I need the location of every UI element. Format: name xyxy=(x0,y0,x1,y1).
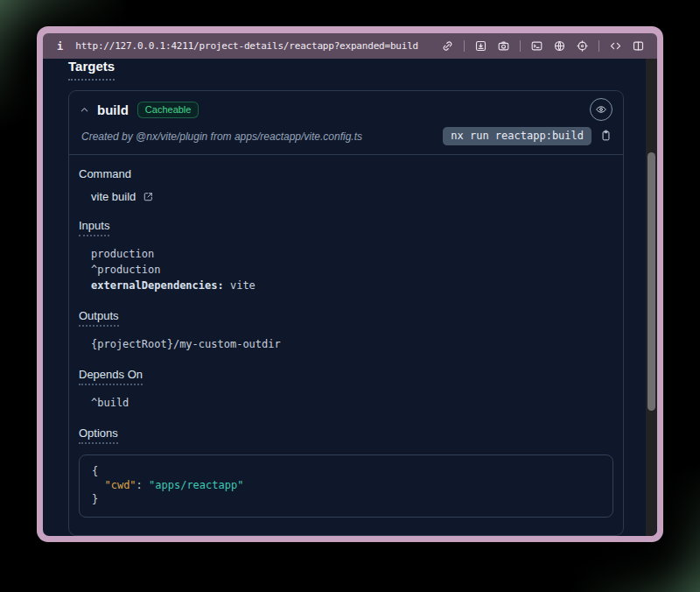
inputs-list: production ^production externalDependenc… xyxy=(91,246,613,293)
code-brackets-icon[interactable] xyxy=(609,39,622,53)
input-item: production xyxy=(91,246,613,262)
targets-heading: Targets xyxy=(68,59,115,81)
command-value-row: vite build xyxy=(91,190,613,203)
cacheable-badge: Cacheable xyxy=(137,102,200,118)
json-line: } xyxy=(92,492,600,506)
output-item: {projectRoot}/my-custom-outdir xyxy=(91,336,613,352)
build-target-name[interactable]: build xyxy=(97,102,129,117)
command-value: vite build xyxy=(91,190,136,203)
build-target-card: build Cacheable Created by @nx/vite/plug… xyxy=(68,90,624,536)
input-item: externalDependencies: vite xyxy=(91,278,613,293)
outputs-list: {projectRoot}/my-custom-outdir xyxy=(91,336,613,352)
toolbar-divider xyxy=(598,40,599,52)
depends-on-item: ^build xyxy=(91,395,613,411)
scrollbar-track[interactable] xyxy=(646,59,657,536)
options-json-block: { "cwd": "apps/reactapp" } xyxy=(79,455,613,518)
camera-icon[interactable] xyxy=(497,39,510,53)
external-link-icon[interactable] xyxy=(143,191,154,202)
json-line: { xyxy=(92,464,600,478)
globe-icon[interactable] xyxy=(553,39,566,53)
eye-icon xyxy=(595,103,607,116)
toolbar-divider xyxy=(520,40,521,52)
url-text[interactable]: http://127.0.0.1:4211/project-details/re… xyxy=(75,40,441,52)
view-in-graph-button[interactable] xyxy=(590,98,612,121)
split-panel-icon[interactable] xyxy=(632,39,645,53)
options-section-label: Options xyxy=(79,426,613,444)
info-icon: i xyxy=(57,40,63,53)
inputs-section-label: Inputs xyxy=(79,219,613,236)
copy-command-button[interactable] xyxy=(599,129,612,144)
link-icon[interactable] xyxy=(441,39,454,53)
scrollbar-thumb[interactable] xyxy=(648,152,655,411)
input-item: ^production xyxy=(91,262,613,278)
command-section-label: Command xyxy=(79,167,613,180)
clipboard-copy-icon xyxy=(599,129,612,142)
json-line: "cwd": "apps/reactapp" xyxy=(92,478,600,492)
terminal-icon[interactable] xyxy=(530,39,543,53)
build-card-header: build Cacheable Created by @nx/vite/plug… xyxy=(69,91,623,155)
created-by-text: Created by @nx/vite/plugin from apps/rea… xyxy=(80,130,362,143)
import-download-icon[interactable] xyxy=(474,39,487,53)
build-card-body: Command vite build Inputs production ^pr… xyxy=(69,155,623,535)
app-window: i http://127.0.0.1:4211/project-details/… xyxy=(37,26,663,542)
browser-address-bar: i http://127.0.0.1:4211/project-details/… xyxy=(43,33,657,59)
target-icon[interactable] xyxy=(576,39,589,53)
json-value: "apps/reactapp" xyxy=(149,479,243,491)
toolbar-icons xyxy=(441,39,645,53)
page-content: Targets build Cacheable Created by @nx/v xyxy=(43,59,657,536)
json-key: "cwd" xyxy=(104,479,136,491)
chevron-up-icon[interactable] xyxy=(80,105,89,115)
depends-on-list: ^build xyxy=(91,395,613,411)
toolbar-divider xyxy=(464,40,465,52)
outputs-section-label: Outputs xyxy=(79,309,613,327)
run-command-chip[interactable]: nx run reactapp:build xyxy=(443,127,592,145)
depends-on-section-label: Depends On xyxy=(79,368,613,385)
